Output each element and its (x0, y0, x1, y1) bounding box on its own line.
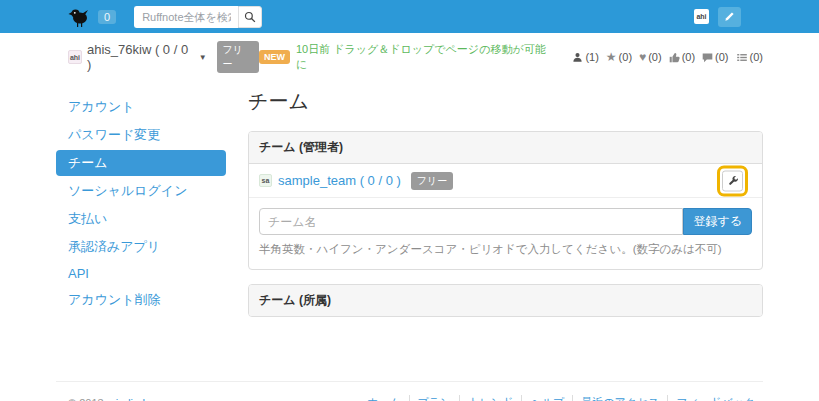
copyright-text: © 2013 (68, 397, 107, 401)
user-avatar[interactable]: ahi (694, 9, 709, 24)
account-name: ahis_76kiw ( 0 / 0 ) (87, 42, 196, 72)
admin-teams-panel-header: チーム (管理者) (249, 132, 762, 164)
likes-count[interactable]: ♥ (0) (639, 50, 662, 64)
team-settings-button[interactable] (722, 170, 743, 191)
user-icon (572, 52, 583, 63)
pages-count-value: (0) (750, 51, 763, 63)
new-badge: NEW (259, 50, 290, 64)
footer-link-help[interactable]: ヘルプ (521, 395, 572, 401)
sidebar-item-account[interactable]: アカウント (56, 94, 226, 120)
search-icon (244, 11, 256, 23)
team-avatar: sa (259, 174, 272, 187)
footer-link-trend[interactable]: トレンド (459, 395, 521, 401)
star-icon: ★ (606, 50, 617, 64)
thumbs-up-icon (669, 52, 680, 63)
thumbs-up-count[interactable]: (0) (669, 51, 695, 63)
page-title: チーム (248, 88, 763, 115)
notification-count-badge[interactable]: 0 (98, 10, 116, 24)
footer: © 2013 mindia Inc. ホーム プラン トレンド ヘルプ 最近のア… (56, 381, 763, 401)
mindia-link[interactable]: mindia Inc. (107, 397, 160, 401)
account-bar: ahi ahis_76kiw ( 0 / 0 ) ▼ フリー NEW 10日前 … (56, 33, 763, 80)
news-link[interactable]: 10日前 ドラッグ＆ドロップでページの移動が可能に (296, 42, 555, 72)
footer-link-plan[interactable]: プラン (409, 395, 460, 401)
sidebar-item-delete-account[interactable]: アカウント削除 (56, 287, 226, 313)
register-team-button[interactable]: 登録する (683, 208, 752, 235)
wrench-icon (727, 175, 739, 187)
stars-count-value: (0) (619, 51, 632, 63)
comment-icon (702, 52, 713, 63)
account-avatar: ahi (68, 50, 82, 64)
sidebar-item-approved-apps[interactable]: 承認済みアプリ (56, 234, 226, 260)
ruffnote-bird-logo[interactable] (68, 5, 94, 29)
sidebar-item-team[interactable]: チーム (56, 150, 226, 176)
heart-icon: ♥ (639, 50, 646, 64)
footer-link-recent-access[interactable]: 最近のアクセス (572, 395, 667, 401)
global-search (134, 6, 262, 28)
members-count[interactable]: (1) (572, 51, 598, 63)
bird-icon (68, 6, 92, 28)
sidebar-item-payment[interactable]: 支払い (56, 206, 226, 232)
admin-teams-panel: チーム (管理者) sa sample_team ( 0 / 0 ) フリー 登… (248, 131, 763, 270)
plan-badge: フリー (217, 41, 259, 73)
footer-link-feedback[interactable]: フィードバック (667, 395, 763, 401)
team-name-help-text: 半角英数・ハイフン・アンダースコア・ピリオドで入力してください。(数字のみは不可… (259, 242, 752, 257)
create-team-form: 登録する 半角英数・ハイフン・アンダースコア・ピリオドで入力してください。(数字… (249, 198, 762, 269)
copyright: © 2013 mindia Inc. (68, 397, 160, 401)
members-count-value: (1) (585, 51, 598, 63)
highlight-annotation (717, 165, 748, 196)
top-navbar: 0 ahi (0, 0, 819, 33)
sidebar-item-password[interactable]: パスワード変更 (56, 122, 226, 148)
chevron-down-icon: ▼ (199, 53, 207, 62)
footer-links: ホーム プラン トレンド ヘルプ 最近のアクセス フィードバック (359, 395, 763, 401)
team-name-input[interactable] (259, 208, 683, 235)
footer-link-home[interactable]: ホーム (359, 395, 409, 401)
sidebar-item-social-login[interactable]: ソーシャルログイン (56, 178, 226, 204)
comments-count-value: (0) (715, 51, 728, 63)
list-icon (736, 52, 748, 63)
team-plan-badge: フリー (411, 172, 453, 190)
team-name-link[interactable]: sample_team ( 0 / 0 ) (278, 173, 401, 188)
search-input[interactable] (134, 6, 238, 28)
member-teams-panel: チーム (所属) (248, 284, 763, 317)
team-row: sa sample_team ( 0 / 0 ) フリー (249, 164, 762, 198)
main-content: チーム チーム (管理者) sa sample_team ( 0 / 0 ) フ… (248, 80, 763, 317)
comments-count[interactable]: (0) (702, 51, 728, 63)
sidebar-item-api[interactable]: API (56, 262, 226, 285)
pages-count[interactable]: (0) (736, 51, 763, 63)
stars-count[interactable]: ★ (0) (606, 50, 632, 64)
search-button[interactable] (238, 6, 262, 28)
thumbs-up-count-value: (0) (682, 51, 695, 63)
member-teams-panel-header: チーム (所属) (249, 285, 762, 316)
new-page-button[interactable] (718, 7, 741, 27)
likes-count-value: (0) (648, 51, 661, 63)
account-switcher[interactable]: ahi ahis_76kiw ( 0 / 0 ) ▼ (68, 42, 207, 72)
pencil-icon (724, 11, 735, 22)
settings-sidebar: アカウント パスワード変更 チーム ソーシャルログイン 支払い 承認済みアプリ … (56, 80, 226, 315)
